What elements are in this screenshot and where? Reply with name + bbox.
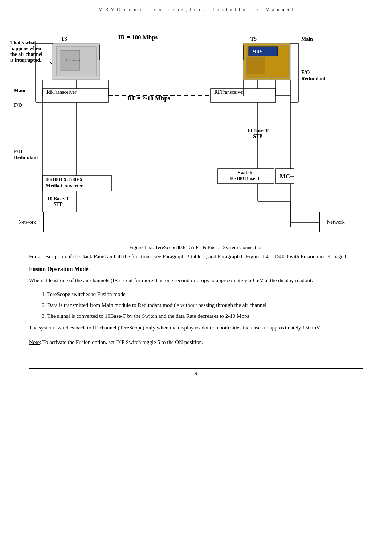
svg-rect-26 — [247, 58, 265, 74]
switch-label: Switch — [238, 170, 253, 175]
header-text: M R V C o m m u n i c a t i o n s , I n … — [98, 7, 294, 12]
note-text: : To activate the Fusion option, set DIP… — [40, 339, 203, 345]
svg-text:Transceiver: Transceiver — [220, 89, 244, 95]
fo-redundant-label-left: F/O — [14, 149, 22, 154]
figure-caption: Figure 1.5a: TereScope800/ 155 F - & Fus… — [4, 245, 388, 251]
svg-text:is interrupted.: is interrupted. — [10, 57, 41, 63]
svg-text:TS device: TS device — [65, 58, 80, 62]
page-number: 9 — [0, 371, 392, 377]
svg-text:RF: RF — [214, 89, 221, 95]
fusion-list: TereScope switches to Fusion mode Data i… — [47, 290, 363, 320]
intro-paragraph: When at least one of the air channels (I… — [29, 276, 363, 285]
diagram-svg: That's what happens when the air channel… — [4, 16, 388, 241]
ts-label-right: TS — [250, 36, 257, 42]
svg-text:That's what: That's what — [10, 40, 36, 45]
switch-label-2: 10/100 Base-T — [230, 176, 261, 181]
base-t-label-left: 10 Base-T — [47, 196, 69, 202]
main-label-right: Main — [301, 36, 313, 42]
svg-text:RF: RF — [46, 89, 53, 95]
list-item-1: TereScope switches to Fusion mode — [47, 290, 363, 299]
note-label: Note — [29, 339, 40, 345]
base-t-label-left-2: STP — [53, 202, 63, 207]
svg-text:Media Converter: Media Converter — [46, 183, 83, 189]
fo-label-right: F/O — [301, 70, 310, 75]
svg-text:Transceiver: Transceiver — [53, 89, 77, 95]
svg-text:happens when: happens when — [10, 46, 41, 51]
intro-text: When at least one of the air channels (I… — [29, 278, 313, 283]
mc-label: MC — [280, 173, 290, 180]
list-item-2: Data is transmitted from Main module to … — [47, 301, 363, 309]
section-title: Fusion Operation Mode — [29, 266, 363, 272]
outro-paragraph: The system switches back to IR channel (… — [29, 323, 363, 332]
ir-label: IR = 100 Mbps — [118, 34, 158, 41]
page-header: M R V C o m m u n i c a t i o n s , I n … — [0, 0, 392, 16]
content-area: For a description of the Back Panel and … — [0, 241, 392, 357]
network-label-right: Network — [327, 219, 345, 225]
paragraph-1: For a description of the Back Panel and … — [29, 252, 363, 261]
fo-redundant-label-left-2: Redundant — [14, 155, 38, 161]
footer-line — [29, 368, 363, 369]
list-item-3: The signal is converted to 10Base-T by t… — [47, 312, 363, 320]
diagram-area: That's what happens when the air channel… — [4, 16, 388, 241]
page: M R V C o m m u n i c a t i o n s , I n … — [0, 0, 392, 555]
svg-text:MRV: MRV — [252, 49, 263, 54]
main-label-left: Main — [14, 88, 25, 93]
ts-label-left: TS — [61, 36, 67, 42]
fo-label-left: F/O — [14, 102, 22, 108]
network-label-left: Network — [19, 219, 36, 225]
svg-text:10/100TX-100FX: 10/100TX-100FX — [46, 177, 83, 182]
note-paragraph: Note: To activate the Fusion option, set… — [29, 338, 363, 347]
svg-text:the air channel: the air channel — [10, 52, 42, 57]
fo-redundant-label-right: Redundant — [301, 76, 326, 81]
